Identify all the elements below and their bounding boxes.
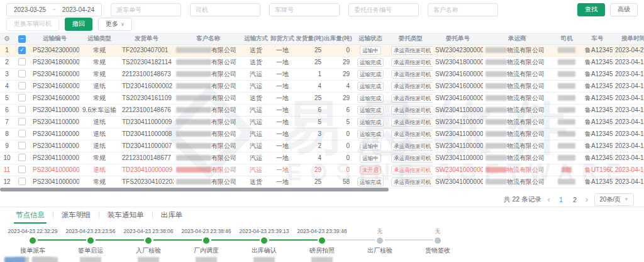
cell-receive-time: 2023-04-1 <box>613 68 644 80</box>
cell-unload-mode: 一地 <box>269 104 296 116</box>
redacted-carrier-name <box>486 155 507 161</box>
gear-icon[interactable]: ⚙ <box>4 35 10 42</box>
row-checkbox[interactable] <box>18 166 26 173</box>
cell-plate-no: 鲁A12345 <box>582 44 613 56</box>
cell-status: 运输中 <box>352 44 389 56</box>
withdraw-button[interactable]: 撤回 <box>65 18 92 31</box>
cell-out-qty: 0 <box>324 152 352 164</box>
transport-management-page: 2023-03-25 ~ 2023-04-24 查找 高级 更换车辆司机 撤回 … <box>0 0 644 262</box>
cell-out-qty: 58 <box>324 176 352 188</box>
carrier-suffix: 物流有限公司 <box>507 47 545 54</box>
customer-input[interactable] <box>428 3 498 16</box>
cell-entrust-type: 承运商指派司机 <box>389 80 433 92</box>
cell-transport-mode: 送货 <box>243 176 269 188</box>
cell-transport-mode: 汽运 <box>243 164 269 176</box>
cell-index: 6 <box>0 104 14 116</box>
table-row[interactable]: 3PS230416000007常规22123100148673有限公司汽运一地1… <box>0 68 644 80</box>
page-number[interactable]: 2 <box>570 196 579 203</box>
prev-page-icon[interactable]: ‹ <box>547 195 550 203</box>
task-no-input[interactable] <box>348 3 419 16</box>
change-vehicle-driver-button[interactable]: 更换车辆司机 <box>6 18 59 31</box>
cell-ship-qty: 25 <box>296 44 324 56</box>
table-row[interactable]: 9PS230411000002退纸TD230411000007有限公司汽运一地2… <box>0 140 644 152</box>
carrier-suffix: 物流有限公司 <box>507 94 545 101</box>
row-checkbox[interactable] <box>18 106 26 113</box>
redacted-carrier-name <box>486 179 507 185</box>
row-checkbox[interactable] <box>18 58 26 66</box>
date-range-input[interactable]: 2023-03-25 ~ 2023-04-24 <box>6 3 102 16</box>
table-row[interactable]: 2PS230418000001常规TS202304182114有限公司送货一地2… <box>0 56 644 68</box>
row-checkbox[interactable] <box>18 82 26 89</box>
table-row[interactable]: 8PS230411000003退纸TD230411000008有限公司汽运一地3… <box>0 128 644 140</box>
redacted-driver-name <box>558 179 575 185</box>
more-label: 更多 <box>106 20 118 28</box>
table-row[interactable]: 12PS230410000004常规TFS202304102203有限公司送货一… <box>0 176 644 188</box>
row-checkbox[interactable] <box>18 178 26 185</box>
cell-plate-no: 鲁A12345 <box>582 116 613 128</box>
entrust-type-badge: 承运商指派司机 <box>391 70 433 79</box>
plate-input[interactable] <box>269 3 340 16</box>
row-checkbox[interactable] <box>18 130 26 137</box>
row-checkbox[interactable] <box>18 94 26 101</box>
col-header: 发货量(吨) <box>296 33 324 44</box>
customer-suffix: 有限公司 <box>211 178 236 185</box>
table-row[interactable]: 1✓PS230423000002常规TF20230407001有限公司送货一地2… <box>0 44 644 56</box>
table-row[interactable]: 6PS2304110000059.6米车运输22123100148676有限公司… <box>0 104 644 116</box>
status-badge: 运输中 <box>360 142 381 151</box>
cell-status: 运输中 <box>352 152 389 164</box>
tab-4[interactable]: 出库单 <box>153 208 191 222</box>
row-checkbox[interactable] <box>18 118 26 125</box>
cell-transport-type: 退纸 <box>79 80 119 92</box>
cell-driver <box>551 140 582 152</box>
dispatch-no-input[interactable] <box>111 3 181 16</box>
carrier-suffix: 物流有限公司 <box>507 166 545 173</box>
cell-out-qty: 0 <box>324 44 352 56</box>
timeline-node-dot-icon <box>30 237 36 244</box>
col-header: 出库量(吨) <box>324 33 352 44</box>
carrier-suffix: 物流有限公司 <box>507 154 545 161</box>
cell-transport-no: PS230416000007 <box>30 68 79 80</box>
table-row[interactable]: 5PS230416000004常规TS202304161109有限公司送货一地2… <box>0 92 644 104</box>
redacted-customer-name <box>176 47 211 53</box>
cell-ship-no: 22123100148677 <box>119 152 174 164</box>
cell-transport-no: PS230416000006 <box>30 80 79 92</box>
tab-2[interactable]: 派车明细 <box>53 208 99 222</box>
driver-input[interactable] <box>190 3 260 16</box>
table-row[interactable]: 4PS230416000006退纸TD230416000002有限公司汽运一地4… <box>0 80 644 92</box>
search-button[interactable]: 查找 <box>577 3 605 16</box>
page-size-select[interactable]: 20条/页 ▼ <box>594 193 634 206</box>
horizontal-scrollbar[interactable] <box>0 188 389 191</box>
table-row[interactable]: 11PS230410000006退纸TD230410000009有限公司汽运一地… <box>0 164 644 176</box>
table-row[interactable]: 7PS230411000004退纸TD230411000009有限公司汽运一地5… <box>0 116 644 128</box>
redacted-gray-block <box>33 257 58 262</box>
cell-out-qty: 29 <box>324 68 352 80</box>
tab-1[interactable]: 节点信息 <box>8 208 53 222</box>
row-checkbox[interactable] <box>18 142 26 149</box>
row-checkbox[interactable]: ✓ <box>18 47 26 54</box>
tab-3[interactable]: 装车通知单 <box>99 208 152 222</box>
cell-entrust-type: 承运商指派司机 <box>389 128 433 140</box>
cell-customer: 有限公司 <box>174 176 243 188</box>
cell-unload-mode: 一地 <box>269 80 296 92</box>
more-button[interactable]: 更多 ∨ <box>98 18 132 31</box>
cell-transport-no: PS230416000004 <box>30 92 79 104</box>
row-checkbox[interactable] <box>18 154 26 161</box>
timeline-node: 2023-04-23 23:38:46厂内调度 <box>177 228 235 262</box>
timeline-node: 2023-04-23 23:38:06入厂核验 <box>119 228 177 262</box>
row-checkbox[interactable] <box>18 70 26 77</box>
cell-customer: 有限公司 <box>174 68 243 80</box>
timeline-node-time: 2023-04-23 23:39:48 <box>293 228 351 236</box>
status-badge: 未开启 <box>360 166 381 174</box>
next-page-icon[interactable]: › <box>586 195 588 203</box>
detail-tabs: 节点信息派车明细装车通知单出库单 <box>0 207 644 222</box>
table-row[interactable]: 10PS230411000001常规22123100148677有限公司汽运一地… <box>0 152 644 164</box>
cell-index: 8 <box>0 128 14 140</box>
redacted-carrier-name <box>486 47 507 53</box>
customer-suffix: 有限公司 <box>211 71 236 77</box>
select-all-checkbox[interactable]: – <box>18 35 26 43</box>
entrust-type-badge: 承运商指派司机 <box>391 166 433 174</box>
advanced-button[interactable]: 高级 <box>610 3 638 16</box>
redacted-operator <box>196 257 217 262</box>
cell-transport-type: 退纸 <box>79 128 119 140</box>
page-number[interactable]: 1 <box>557 196 565 203</box>
